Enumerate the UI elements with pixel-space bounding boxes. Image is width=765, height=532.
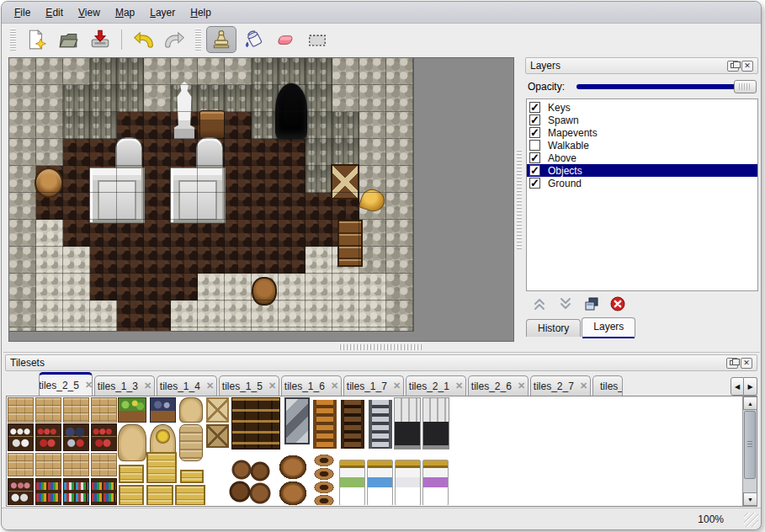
tileset-tile-wood-top[interactable] bbox=[63, 453, 89, 476]
layer-row-ground[interactable]: ✓Ground bbox=[527, 177, 757, 189]
tileset-tile-crate-x-dark[interactable] bbox=[206, 424, 229, 448]
tab-scroll-right-button[interactable]: ▶ bbox=[744, 377, 757, 396]
tileset-tile-darkwood-shelf[interactable] bbox=[231, 397, 280, 450]
tileset-tile-shelf-books[interactable] bbox=[35, 478, 61, 505]
tileset-tile-ladder-gray[interactable] bbox=[369, 400, 392, 449]
tileset-tile-sack-stack[interactable] bbox=[179, 424, 203, 461]
select-tool-button[interactable] bbox=[302, 26, 332, 53]
menu-help[interactable]: Help bbox=[183, 3, 219, 22]
tab-layers[interactable]: Layers bbox=[582, 317, 635, 337]
menu-layer[interactable]: Layer bbox=[142, 3, 183, 22]
tileset-scrollbar[interactable]: ▲ ▼ bbox=[742, 396, 757, 506]
vertical-splitter[interactable] bbox=[516, 57, 523, 342]
layer-row-spawn[interactable]: ✓Spawn bbox=[527, 114, 757, 126]
layer-row-objects[interactable]: ✓Objects bbox=[527, 164, 757, 177]
tab-close-icon[interactable]: ✕ bbox=[331, 380, 338, 391]
redo-button[interactable] bbox=[160, 26, 190, 53]
layer-checkbox[interactable] bbox=[529, 140, 540, 151]
horizontal-splitter[interactable] bbox=[2, 343, 761, 352]
tileset-tile-pots-stack[interactable] bbox=[311, 454, 337, 505]
float-panel-button[interactable] bbox=[727, 61, 739, 72]
undo-button[interactable] bbox=[128, 26, 158, 53]
tab-close-icon[interactable]: ✕ bbox=[518, 380, 525, 391]
tileset-tile-sack[interactable] bbox=[118, 424, 146, 461]
layer-checkbox[interactable]: ✓ bbox=[529, 114, 540, 125]
tab-close-icon[interactable]: ✕ bbox=[85, 380, 93, 391]
tileset-tile-crate-yellow[interactable] bbox=[146, 485, 173, 505]
scroll-up-button[interactable]: ▲ bbox=[743, 396, 757, 410]
tileset-tab-tiles_2_7[interactable]: tiles_2_7✕ bbox=[530, 375, 591, 396]
tileset-tab-tiles_2_6[interactable]: tiles_2_6✕ bbox=[468, 375, 529, 396]
layer-row-above[interactable]: ✓Above bbox=[527, 152, 757, 164]
tileset-tile-sack-top[interactable] bbox=[179, 397, 203, 423]
close-panel-button[interactable]: ✕ bbox=[741, 358, 752, 369]
tileset-tab-tiles[interactable]: tiles_ bbox=[592, 375, 623, 396]
layer-checkbox[interactable]: ✓ bbox=[529, 152, 540, 163]
tileset-tile-barrels-two[interactable] bbox=[278, 454, 308, 505]
layer-row-walkable[interactable]: Walkable bbox=[527, 139, 757, 152]
tileset-tile-wood-top[interactable] bbox=[8, 397, 34, 423]
save-button[interactable] bbox=[85, 26, 115, 53]
tileset-tile-arch-right[interactable] bbox=[422, 397, 449, 450]
tileset-tile-steel-shelf[interactable] bbox=[284, 397, 310, 444]
tileset-tile-bed-blue[interactable] bbox=[367, 460, 393, 505]
menu-edit[interactable]: Edit bbox=[38, 3, 71, 22]
resize-grip[interactable] bbox=[744, 513, 758, 527]
tab-close-icon[interactable]: ✕ bbox=[455, 380, 463, 391]
menu-view[interactable]: View bbox=[71, 3, 108, 22]
menu-file[interactable]: File bbox=[7, 3, 38, 22]
tileset-tile-shelf-pots[interactable] bbox=[63, 423, 89, 451]
tab-close-icon[interactable]: ✕ bbox=[206, 380, 214, 391]
menu-map[interactable]: Map bbox=[108, 3, 142, 22]
tileset-tile-bed-purple[interactable] bbox=[422, 460, 449, 505]
tileset-content[interactable]: ▲ ▼ bbox=[6, 396, 757, 507]
tileset-tile-crate-yellow-small[interactable] bbox=[180, 470, 204, 483]
tileset-tile-shelf-dishes[interactable] bbox=[8, 423, 34, 451]
delete-layer-button[interactable] bbox=[608, 295, 627, 312]
toolbar-drag-handle[interactable] bbox=[195, 29, 201, 51]
tileset-tile-crate-yellow[interactable] bbox=[119, 485, 144, 505]
tileset-tile-plant-shelf[interactable] bbox=[118, 397, 146, 423]
scrollbar-thumb[interactable] bbox=[744, 411, 756, 479]
tileset-tile-crate-yellow[interactable] bbox=[175, 485, 205, 505]
scroll-down-button[interactable]: ▼ bbox=[743, 492, 757, 506]
tileset-tab-tiles_1_3[interactable]: tiles_1_3✕ bbox=[94, 375, 155, 396]
layer-row-mapevents[interactable]: ✓Mapevents bbox=[527, 126, 757, 139]
tileset-tile-ladder-dark[interactable] bbox=[341, 400, 364, 449]
tileset-tab-tiles_1_5[interactable]: tiles_1_5✕ bbox=[219, 375, 279, 396]
tab-scroll-left-button[interactable]: ◀ bbox=[730, 377, 744, 396]
tab-close-icon[interactable]: ✕ bbox=[144, 380, 151, 391]
tileset-tab-tiles_1_4[interactable]: tiles_1_4✕ bbox=[157, 375, 217, 396]
tileset-tile-wood-top[interactable] bbox=[35, 453, 61, 476]
duplicate-layer-button[interactable] bbox=[582, 295, 601, 312]
opacity-slider-handle[interactable] bbox=[734, 80, 757, 93]
tileset-tile-bed-green[interactable] bbox=[339, 460, 365, 505]
tileset-tile-navy-shelf[interactable] bbox=[150, 397, 176, 423]
new-file-button[interactable] bbox=[21, 26, 51, 53]
float-panel-button[interactable] bbox=[726, 358, 738, 369]
map-canvas[interactable] bbox=[9, 58, 414, 332]
tileset-tile-shelf-books[interactable] bbox=[91, 478, 117, 505]
tileset-tab-tiles_2_1[interactable]: tiles_2_1✕ bbox=[406, 375, 466, 396]
layer-move-down-button[interactable] bbox=[556, 295, 575, 312]
tileset-tile-wood-top[interactable] bbox=[8, 453, 34, 476]
tileset-tile-wood-top[interactable] bbox=[35, 397, 61, 423]
tileset-tile-bed-plain[interactable] bbox=[395, 460, 421, 505]
tab-close-icon[interactable]: ✕ bbox=[393, 380, 401, 391]
tileset-tab-tiles_2_5[interactable]: tiles_2_5✕ bbox=[39, 372, 93, 396]
layer-move-up-button[interactable] bbox=[530, 295, 549, 312]
fill-tool-button[interactable] bbox=[238, 26, 268, 53]
map-viewport[interactable] bbox=[8, 57, 514, 342]
tileset-tile-wood-top[interactable] bbox=[91, 397, 117, 423]
tileset-tile-barrel-pile[interactable] bbox=[228, 458, 272, 505]
layer-row-keys[interactable]: ✓Keys bbox=[527, 101, 757, 114]
tileset-tile-wood-top[interactable] bbox=[63, 397, 89, 423]
tileset-tile-shelf-red[interactable] bbox=[35, 423, 61, 451]
tileset-tab-tiles_1_7[interactable]: tiles_1_7✕ bbox=[343, 375, 404, 396]
stamp-tool-button[interactable] bbox=[206, 26, 236, 53]
tileset-tab-tiles_1_6[interactable]: tiles_1_6✕ bbox=[281, 375, 342, 396]
tab-close-icon[interactable]: ✕ bbox=[580, 380, 587, 391]
tileset-tile-ladder-orange[interactable] bbox=[313, 400, 337, 449]
tab-close-icon[interactable]: ✕ bbox=[268, 380, 276, 391]
tileset-tile-shelf-jars[interactable] bbox=[8, 478, 34, 505]
